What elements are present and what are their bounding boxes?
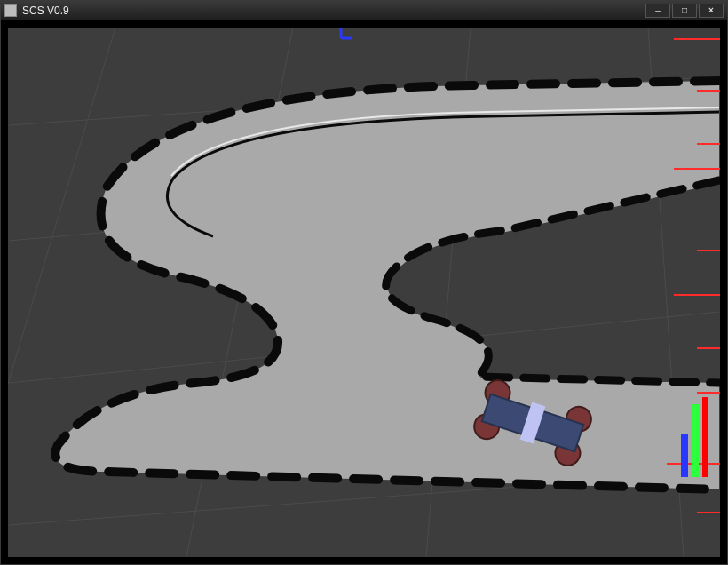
app-window: SCS V0.9 – □ × [0,0,728,565]
window-controls: – □ × [645,4,724,18]
maximize-button[interactable]: □ [672,4,697,18]
game-viewport[interactable] [8,28,720,557]
titlebar[interactable]: SCS V0.9 – □ × [1,1,727,20]
app-icon [4,4,17,17]
axis-indicator-icon [328,28,720,545]
minimize-button[interactable]: – [645,4,670,18]
window-title: SCS V0.9 [22,4,645,17]
close-button[interactable]: × [699,4,724,18]
